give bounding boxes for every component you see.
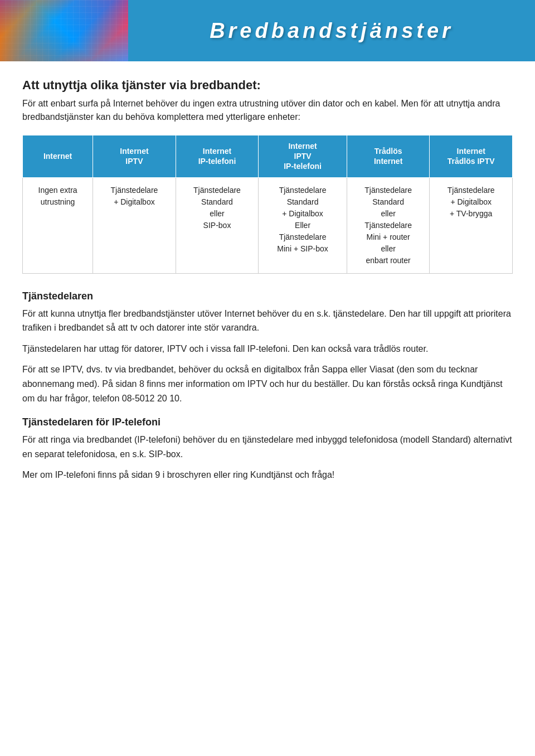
intro-paragraph: För att enbart surfa på Internet behöver…	[22, 97, 513, 124]
table-header-internet: Internet	[23, 135, 93, 178]
main-content: Att utnyttja olika tjänster via bredband…	[0, 61, 535, 506]
table-cell-internet: Ingen extrautrustning	[23, 177, 93, 273]
table-header-ip-telefoni: InternetIP-telefoni	[176, 135, 259, 178]
section-1-para-1: För att kunna utnyttja fler bredbandstjä…	[22, 307, 513, 335]
table-cell-ip-telefoni: TjänstedelareStandardellerSIP-box	[176, 177, 259, 273]
table-header-tradlos-iptv: InternetTrådlös IPTV	[430, 135, 513, 178]
section-2-para-2: Mer om IP-telefoni finns på sidan 9 i br…	[22, 468, 513, 482]
table-header-iptv: InternetIPTV	[93, 135, 176, 178]
page-header: Bredbandstjänster	[0, 0, 535, 61]
section-heading-1: Tjänstedelaren	[22, 290, 513, 302]
table-header-tradlos: TrådlösInternet	[347, 135, 430, 178]
table-cell-tradlos-iptv: Tjänstedelare+ Digitalbox+ TV-brygga	[430, 177, 513, 273]
section-1-para-2: Tjänstedelaren har uttag för datorer, IP…	[22, 342, 513, 356]
header-image	[0, 0, 128, 61]
table-header-iptv-ip: InternetIPTVIP-telefoni	[259, 135, 347, 178]
section-1-para-3: För att se IPTV, dvs. tv via bredbandet,…	[22, 362, 513, 405]
intro-heading: Att utnyttja olika tjänster via bredband…	[22, 78, 513, 93]
table-cell-iptv: Tjänstedelare+ Digitalbox	[93, 177, 176, 273]
section-2-para-1: För att ringa via bredbandet (IP-telefon…	[22, 433, 513, 461]
page-title: Bredbandstjänster	[128, 19, 535, 43]
table-cell-iptv-ip: TjänstedelareStandard+ DigitalboxEllerTj…	[259, 177, 347, 273]
table-cell-tradlos: TjänstedelareStandardellerTjänstedelareM…	[347, 177, 430, 273]
section-heading-2: Tjänstedelaren för IP-telefoni	[22, 416, 513, 428]
service-table: Internet InternetIPTV InternetIP-telefon…	[22, 135, 513, 274]
